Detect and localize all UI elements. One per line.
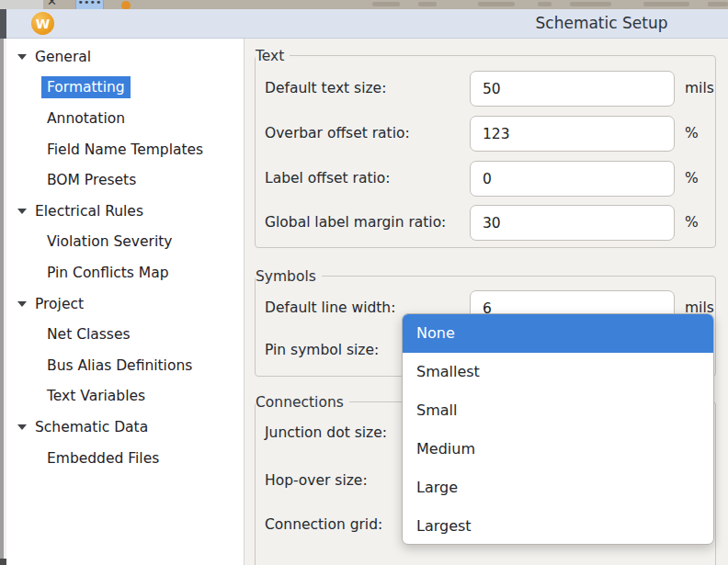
group-title: Text <box>256 47 290 65</box>
background-dots-icon: •••• <box>75 0 104 9</box>
dialog-titlebar: W Schematic Setup <box>6 9 728 39</box>
tree-item-field-name-templates[interactable]: Field Name Templates <box>6 134 244 165</box>
tree-item-general[interactable]: General <box>6 41 244 73</box>
background-artifact <box>643 2 689 6</box>
overbar-offset-ratio-input[interactable] <box>470 116 675 152</box>
tree-item-electrical-rules[interactable]: Electrical Rules <box>6 196 244 227</box>
tree-item-label: Schematic Data <box>35 419 148 435</box>
dialog-title: Schematic Setup <box>471 9 728 38</box>
tree-item-label: Bus Alias Definitions <box>47 357 192 374</box>
expander-triangle-icon[interactable] <box>17 424 27 430</box>
connection-grid-label: Connection grid: <box>265 507 382 543</box>
form-row: Overbar offset ratio: % <box>256 116 715 152</box>
dropdown-option-none[interactable]: None <box>403 314 713 353</box>
tree-item-label: General <box>35 49 91 65</box>
default-line-width-label: Default line width: <box>265 290 395 326</box>
label-offset-ratio-label: Label offset ratio: <box>265 161 390 197</box>
dropdown-option-largest[interactable]: Largest <box>403 507 713 545</box>
expander-triangle-icon[interactable] <box>17 209 27 214</box>
background-artifact <box>372 2 400 6</box>
form-row: Default text size: mils <box>256 71 715 107</box>
background-artifact <box>708 2 728 6</box>
schematic-setup-dialog: ✕ •••• W Schematic Setup General Formatt… <box>0 0 728 565</box>
tree-item-label: BOM Presets <box>47 172 136 188</box>
background-artifact <box>478 2 515 6</box>
background-window-area <box>0 0 43 9</box>
tree-item-formatting[interactable]: Formatting <box>6 73 244 104</box>
junction-dot-size-label: Junction dot size: <box>265 415 387 451</box>
dropdown-option-medium[interactable]: Medium <box>403 430 713 469</box>
dropdown-option-small[interactable]: Small <box>403 391 713 430</box>
unit-label: % <box>685 205 699 241</box>
unit-label: % <box>685 161 699 197</box>
background-orange-dot-icon <box>121 1 131 9</box>
background-artifact <box>418 2 437 6</box>
group-title: Connections <box>256 393 349 412</box>
dropdown-option-large[interactable]: Large <box>403 469 713 507</box>
expander-triangle-icon[interactable] <box>17 54 27 60</box>
tree-item-label: Text Variables <box>47 388 145 404</box>
overbar-offset-ratio-label: Overbar offset ratio: <box>265 116 410 152</box>
global-label-margin-ratio-input[interactable] <box>470 205 675 241</box>
unit-label: % <box>685 116 699 152</box>
pin-symbol-size-dropdown-popup: None Smallest Small Medium Large Largest <box>402 313 714 545</box>
tree-item-label: Annotation <box>47 110 125 127</box>
tree-item-label: Electrical Rules <box>35 203 143 220</box>
group-text: Text Default text size: mils Overbar off… <box>255 55 716 248</box>
settings-nav-tree: General Formatting Annotation Field Name… <box>6 39 245 565</box>
group-title: Symbols <box>256 267 322 286</box>
tree-item-label: Violation Severity <box>47 233 173 250</box>
expander-triangle-icon[interactable] <box>17 301 27 307</box>
background-close-icon: ✕ <box>47 0 57 8</box>
tree-item-annotation[interactable]: Annotation <box>6 103 244 134</box>
tree-item-label: Formatting <box>41 76 131 98</box>
tree-item-label: Project <box>35 296 84 312</box>
unit-label: mils <box>685 71 714 107</box>
pin-symbol-size-label: Pin symbol size: <box>265 333 379 368</box>
tree-item-project[interactable]: Project <box>6 288 244 320</box>
window-edge <box>0 9 6 39</box>
window-edge <box>0 39 4 559</box>
background-artifact <box>538 2 552 6</box>
tree-item-embedded-files[interactable]: Embedded Files <box>6 443 244 474</box>
tree-item-schematic-data[interactable]: Schematic Data <box>6 412 244 443</box>
form-row: Label offset ratio: % <box>256 161 715 197</box>
tree-item-label: Embedded Files <box>47 450 159 467</box>
kicad-app-icon: W <box>31 12 54 35</box>
label-offset-ratio-input[interactable] <box>470 161 675 197</box>
form-row: Global label margin ratio: % <box>256 205 715 241</box>
default-text-size-label: Default text size: <box>265 71 386 107</box>
hop-over-size-label: Hop-over size: <box>265 463 368 499</box>
tree-item-violation-severity[interactable]: Violation Severity <box>6 227 244 258</box>
tree-item-bus-alias-definitions[interactable]: Bus Alias Definitions <box>6 350 244 381</box>
dropdown-option-smallest[interactable]: Smallest <box>403 353 713 391</box>
tree-item-net-classes[interactable]: Net Classes <box>6 319 244 350</box>
tree-item-bom-presets[interactable]: BOM Presets <box>6 164 244 196</box>
background-artifact <box>570 2 611 6</box>
tree-item-label: Net Classes <box>47 326 131 343</box>
default-text-size-input[interactable] <box>470 71 675 107</box>
background-window-strip: ✕ •••• <box>0 0 728 9</box>
tree-item-pin-conflicts-map[interactable]: Pin Conflicts Map <box>6 257 244 288</box>
tree-item-text-variables[interactable]: Text Variables <box>6 381 244 412</box>
tree-item-label: Pin Conflicts Map <box>47 265 169 281</box>
global-label-margin-ratio-label: Global label margin ratio: <box>265 205 446 241</box>
tree-item-label: Field Name Templates <box>47 141 203 158</box>
